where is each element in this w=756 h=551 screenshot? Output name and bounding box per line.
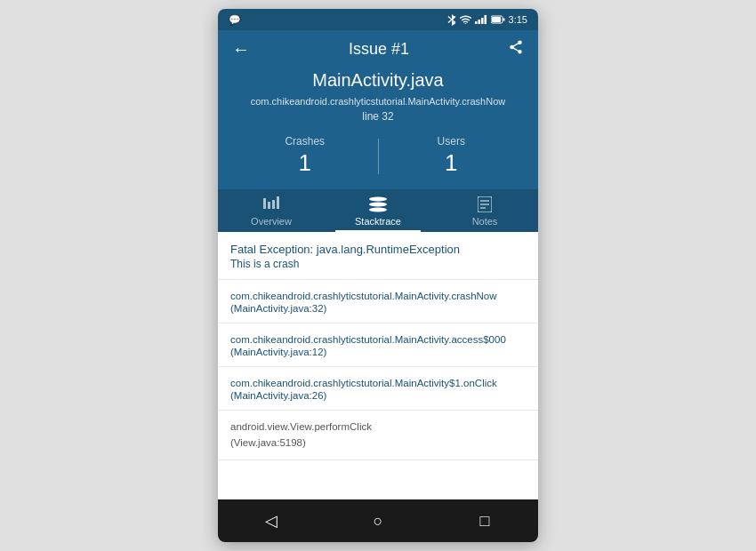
notes-label: Notes — [472, 216, 498, 227]
stacktrace-label: Stacktrace — [355, 216, 401, 227]
svg-point-0 — [464, 23, 466, 24]
tab-bar: Overview Stacktrace Notes — [218, 189, 538, 232]
svg-rect-8 — [263, 198, 266, 209]
users-label: Users — [379, 135, 525, 148]
status-bar-left: 💬 — [229, 14, 245, 26]
status-time: 3:15 — [509, 14, 527, 25]
svg-rect-2 — [478, 20, 480, 24]
overview-icon — [262, 196, 280, 212]
package-name: com.chikeandroid.crashlyticstutorial.Mai… — [232, 96, 524, 107]
stack-location-2: (MainActivity.java:12) — [230, 347, 526, 357]
exception-title: Fatal Exception: java.lang.RuntimeExcept… — [230, 243, 526, 256]
stats-row: Crashes 1 Users 1 — [232, 135, 524, 189]
svg-rect-7 — [492, 17, 501, 22]
crashes-value: 1 — [232, 149, 378, 177]
users-stat: Users 1 — [379, 135, 525, 177]
svg-rect-6 — [503, 19, 504, 21]
svg-point-14 — [369, 208, 387, 212]
overview-label: Overview — [251, 216, 292, 227]
svg-rect-9 — [268, 202, 270, 209]
nav-back-button[interactable]: ◁ — [252, 501, 291, 540]
header: ← Issue #1 MainActivity.java com.chikean… — [218, 30, 538, 189]
line-number: line 32 — [232, 110, 524, 123]
stack-method-2: com.chikeandroid.crashlyticstutorial.Mai… — [230, 332, 526, 347]
share-button[interactable] — [508, 39, 524, 60]
content-area: Fatal Exception: java.lang.RuntimeExcept… — [218, 232, 538, 499]
exception-subtitle: This is a crash — [230, 258, 526, 270]
stack-location-3: (MainActivity.java:26) — [230, 390, 526, 401]
nav-home-button[interactable]: ○ — [358, 501, 398, 540]
stack-method-3: com.chikeandroid.crashlyticstutorial.Mai… — [230, 376, 526, 390]
status-bar-right: 3:15 — [447, 13, 527, 26]
plain-method: android.view.View.performClick — [230, 419, 526, 435]
crashes-stat: Crashes 1 — [232, 135, 378, 177]
stacktrace-icon — [368, 196, 388, 212]
svg-rect-4 — [484, 15, 487, 24]
stack-frame-2[interactable]: com.chikeandroid.crashlyticstutorial.Mai… — [218, 323, 538, 367]
status-bar: 💬 — [218, 9, 538, 30]
nav-recent-button[interactable]: □ — [465, 501, 504, 540]
stack-frame-3[interactable]: com.chikeandroid.crashlyticstutorial.Mai… — [218, 367, 538, 411]
svg-point-12 — [369, 197, 387, 202]
stack-method-1: com.chikeandroid.crashlyticstutorial.Mai… — [230, 289, 526, 303]
back-button[interactable]: ← — [232, 39, 250, 60]
svg-rect-1 — [475, 21, 478, 24]
svg-rect-3 — [481, 18, 484, 24]
stack-location-1: (MainActivity.java:32) — [230, 303, 526, 314]
crashes-label: Crashes — [232, 135, 378, 148]
tab-overview[interactable]: Overview — [218, 189, 325, 232]
header-top: ← Issue #1 — [232, 39, 524, 60]
stack-frame-plain: android.view.View.performClick (View.jav… — [218, 411, 538, 460]
file-name: MainActivity.java — [232, 70, 524, 91]
phone-frame: 💬 — [218, 9, 538, 542]
tab-notes[interactable]: Notes — [431, 189, 538, 232]
signal-icon — [475, 15, 487, 24]
wifi-icon — [460, 15, 471, 24]
nav-bar: ◁ ○ □ — [218, 499, 538, 542]
exception-header: Fatal Exception: java.lang.RuntimeExcept… — [218, 232, 538, 280]
stack-frame-1[interactable]: com.chikeandroid.crashlyticstutorial.Mai… — [218, 280, 538, 323]
header-title: Issue #1 — [349, 40, 409, 59]
svg-rect-11 — [277, 196, 279, 209]
tab-stacktrace[interactable]: Stacktrace — [325, 189, 431, 232]
bluetooth-icon — [447, 13, 456, 26]
messenger-icon: 💬 — [229, 14, 241, 26]
users-value: 1 — [379, 149, 525, 177]
plain-location: (View.java:5198) — [230, 435, 526, 451]
svg-point-13 — [369, 203, 387, 207]
battery-icon — [491, 15, 505, 24]
svg-rect-10 — [272, 200, 275, 209]
notes-icon — [478, 196, 492, 212]
